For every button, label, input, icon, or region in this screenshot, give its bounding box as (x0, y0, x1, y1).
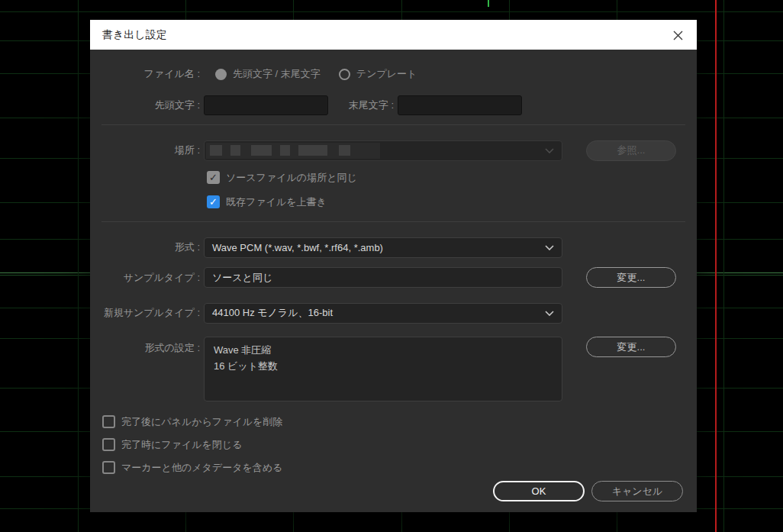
format-settings-line: 16 ビット整数 (214, 358, 553, 374)
change-button-label: 変更... (617, 271, 646, 285)
location-dropdown (204, 140, 562, 161)
option-row: 完了時にファイルを閉じる (102, 438, 709, 451)
radio-prefix-suffix-label: 先頭文字 / 末尾文字 (233, 67, 321, 81)
sample-type-row: サンプルタイプ : ソースと同じ 変更... (90, 267, 697, 288)
close-file-label: 完了時にファイルを閉じる (121, 438, 242, 452)
option-row: マーカーと他のメタデータを含める (102, 461, 709, 474)
option-row: 完了後にパネルからファイルを削除 (102, 415, 709, 428)
filename-row: ファイル名 : 先頭文字 / 末尾文字 テンプレート (90, 63, 697, 85)
marker-tick (488, 0, 489, 7)
new-sample-type-value: 44100 Hz モノラル、16-bit (212, 306, 333, 320)
separator (102, 221, 685, 222)
format-label: 形式 : (90, 240, 200, 254)
radio-prefix-suffix (215, 69, 227, 80)
chevron-down-icon (545, 148, 554, 153)
new-sample-type-label: 新規サンプルタイプ : (90, 306, 200, 320)
overwrite-label: 既存ファイルを上書き (226, 195, 327, 209)
format-row: 形式 : Wave PCM (*.wav, *.bwf, *.rf64, *.a… (90, 237, 697, 258)
format-value: Wave PCM (*.wav, *.bwf, *.rf64, *.amb) (212, 242, 383, 253)
browse-button: 参照... (586, 140, 676, 161)
dialog-body: ファイル名 : 先頭文字 / 末尾文字 テンプレート 先頭文字 : 末尾文字 :… (90, 50, 697, 512)
close-file-checkbox[interactable] (102, 438, 115, 451)
cancel-button-label: キャンセル (612, 485, 663, 498)
audition-waveform-background: 書き出し設定 ファイル名 : 先頭文字 / 末尾文字 テンプレート (0, 0, 783, 532)
grid-line (0, 11, 783, 12)
remove-from-panel-checkbox[interactable] (102, 415, 115, 428)
format-settings-line: Wave 非圧縮 (214, 342, 553, 358)
location-row: 場所 : 参照... (90, 140, 697, 161)
sample-type-label: サンプルタイプ : (90, 271, 200, 285)
format-settings-change-button[interactable]: 変更... (586, 337, 676, 357)
suffix-label: 末尾文字 : (328, 98, 394, 112)
new-sample-type-dropdown[interactable]: 44100 Hz モノラル、16-bit (204, 303, 562, 324)
prefix-label: 先頭文字 : (90, 98, 200, 112)
same-as-source-row: ✓ ソースファイルの場所と同じ (207, 171, 783, 184)
format-dropdown[interactable]: Wave PCM (*.wav, *.bwf, *.rf64, *.amb) (204, 237, 562, 258)
radio-template (339, 69, 350, 80)
suffix-input[interactable] (398, 95, 522, 115)
prefix-input[interactable] (204, 95, 328, 115)
prefix-suffix-row: 先頭文字 : 末尾文字 : (90, 95, 697, 115)
ok-button-label: OK (532, 485, 546, 497)
playhead-line (715, 0, 717, 532)
close-button[interactable] (669, 27, 686, 44)
sample-type-field: ソースと同じ (204, 267, 562, 288)
filename-label: ファイル名 : (90, 67, 200, 81)
grid-line (723, 0, 724, 532)
grid-line (78, 0, 79, 532)
location-label: 場所 : (90, 143, 200, 157)
same-as-source-label: ソースファイルの場所と同じ (226, 171, 357, 185)
sample-type-change-button[interactable]: 変更... (586, 267, 676, 288)
format-settings-box: Wave 非圧縮 16 ビット整数 (204, 337, 562, 401)
browse-button-label: 参照... (617, 143, 646, 157)
close-icon (672, 30, 684, 41)
overwrite-row: ✓ 既存ファイルを上書き (207, 195, 783, 208)
chevron-down-icon (545, 245, 554, 250)
overwrite-checkbox[interactable]: ✓ (207, 195, 220, 208)
cancel-button[interactable]: キャンセル (591, 481, 683, 501)
radio-template-label: テンプレート (356, 67, 417, 81)
redacted-path (206, 143, 380, 159)
chevron-down-icon (545, 311, 554, 316)
ok-button[interactable]: OK (493, 481, 585, 501)
format-settings-row: 形式の設定 : Wave 非圧縮 16 ビット整数 変更... (90, 337, 697, 401)
change-button-label: 変更... (617, 340, 646, 354)
new-sample-type-row: 新規サンプルタイプ : 44100 Hz モノラル、16-bit (90, 302, 697, 324)
format-settings-label: 形式の設定 : (90, 341, 200, 355)
dialog-title: 書き出し設定 (102, 20, 167, 50)
separator (102, 124, 685, 125)
export-settings-dialog: 書き出し設定 ファイル名 : 先頭文字 / 末尾文字 テンプレート (90, 20, 697, 512)
same-as-source-checkbox: ✓ (207, 171, 220, 184)
remove-from-panel-label: 完了後にパネルからファイルを削除 (121, 415, 282, 429)
sample-type-value: ソースと同じ (212, 271, 272, 285)
filename-options: 先頭文字 / 末尾文字 テンプレート (215, 67, 417, 81)
dialog-titlebar: 書き出し設定 (90, 20, 697, 50)
include-markers-label: マーカーと他のメタデータを含める (121, 461, 282, 475)
include-markers-checkbox[interactable] (102, 461, 115, 474)
